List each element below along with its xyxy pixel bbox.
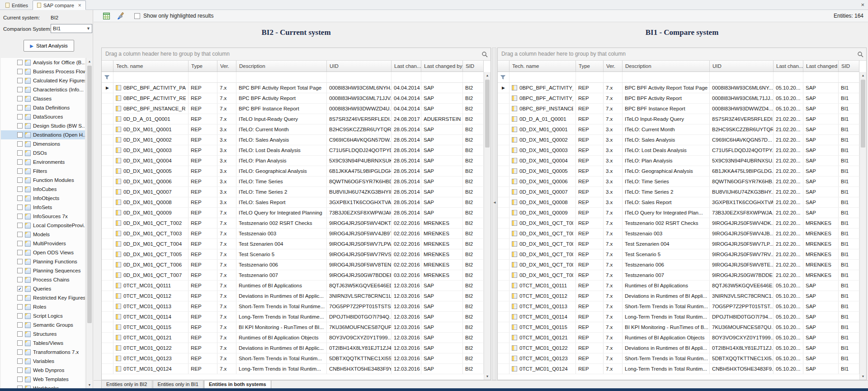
filter-cell[interactable] bbox=[392, 72, 421, 82]
column-header-type[interactable]: Type bbox=[576, 61, 604, 72]
filter-cell[interactable] bbox=[774, 72, 803, 82]
search-icon[interactable] bbox=[481, 51, 488, 57]
tree-item-restricted-key-figures[interactable]: Restricted Key Figures bbox=[1, 293, 85, 302]
close-icon[interactable]: × bbox=[861, 1, 864, 8]
tree-item-calculated-key-figures[interactable]: Calculated Key Figures bbox=[1, 76, 85, 85]
table-row[interactable]: 0D_DX_M01_Q0009REP7.xITeLO Query for Int… bbox=[498, 208, 859, 218]
filter-cell[interactable] bbox=[189, 72, 217, 82]
tree-item-infocubes[interactable]: InfoCubes bbox=[1, 185, 85, 194]
tree-item-local-compositeprovi[interactable]: Local CompositeProvi... bbox=[1, 221, 85, 230]
scroll-up-icon[interactable]: ▲ bbox=[484, 72, 491, 79]
checkbox[interactable] bbox=[17, 340, 23, 346]
table-row[interactable]: 0D_DX_M01_Q0002REP3.xITeLO: Sales Analys… bbox=[102, 135, 484, 145]
table-row[interactable]: ▶0BPC_BPF_ACTIVITY_PA...REP7.xBPC BPF Ac… bbox=[102, 83, 484, 93]
table-row[interactable]: 0TCT_MC01_Q0122REP7.xDeviations in Runti… bbox=[498, 343, 859, 353]
group-by-bar[interactable]: Drag a column header here to group by th… bbox=[498, 48, 866, 61]
filter-cell[interactable] bbox=[710, 72, 774, 82]
table-row[interactable]: 0D_DX_M01_Q0006REP3.xITeLO: Time Series8… bbox=[498, 176, 859, 187]
tree-item-data-definitions[interactable]: Data Definitions bbox=[1, 103, 85, 112]
grid-splitter[interactable]: ◄ bbox=[492, 48, 496, 380]
tab-entities-only-in-bi1[interactable]: Entities only in BI1 bbox=[153, 381, 204, 389]
checkbox[interactable] bbox=[17, 177, 23, 183]
filter-cell[interactable] bbox=[604, 72, 623, 82]
checkbox[interactable] bbox=[17, 60, 23, 65]
tab-entities[interactable]: Entities bbox=[1, 0, 33, 10]
scroll-thumb[interactable] bbox=[87, 66, 92, 323]
tab-sap-compare[interactable]: SAP compare× bbox=[33, 0, 86, 10]
tree-item-dimensions[interactable]: Dimensions bbox=[1, 139, 85, 148]
table-row[interactable]: 0TCT_MC01_Q0112REP7.xDeviations in Runti… bbox=[102, 291, 484, 301]
column-header-description[interactable]: Description bbox=[236, 61, 327, 72]
table-row[interactable]: 0D_DX_M01_QCT_T003REP7.xTestszenaio 0039… bbox=[102, 229, 484, 239]
table-row[interactable]: 0TCT_MC01_Q0112REP7.xDeviations in Runti… bbox=[498, 291, 859, 301]
tree-item-variables[interactable]: Variables bbox=[1, 357, 85, 366]
tree-item-planning-sequences[interactable]: Planning Sequences bbox=[1, 266, 85, 275]
checkbox[interactable] bbox=[17, 268, 23, 273]
filter-cell[interactable] bbox=[839, 72, 859, 82]
checkbox[interactable] bbox=[17, 78, 23, 83]
table-row[interactable]: 0TCT_MC01_Q0114REP7.xLong-Term Trends in… bbox=[102, 312, 484, 322]
filter-cell[interactable] bbox=[576, 72, 604, 82]
checkbox[interactable] bbox=[17, 159, 23, 165]
show-only-highlighted-checkbox[interactable] bbox=[134, 13, 140, 19]
tree-item-function-modules[interactable]: Function Modules bbox=[1, 176, 85, 185]
scroll-thumb[interactable] bbox=[485, 80, 490, 148]
table-row[interactable]: 0D_DX_M01_Q0003REP3.xITeLO: Lost Deals A… bbox=[102, 145, 484, 156]
checkbox[interactable] bbox=[17, 259, 23, 264]
tree-item-design-studio-bw-s[interactable]: Design Studio (BW S... bbox=[1, 121, 85, 130]
table-row[interactable]: 0D_DX_M01_Q0004REP3.xITeLO: Plan Analysi… bbox=[498, 156, 859, 166]
checkbox[interactable] bbox=[17, 141, 23, 147]
checkbox[interactable] bbox=[17, 322, 23, 328]
table-row[interactable]: 0D_DX_M01_Q0002REP3.xITeLO: Sales Analys… bbox=[498, 135, 859, 145]
filter-cell[interactable] bbox=[113, 72, 189, 82]
highlight-brush-icon[interactable] bbox=[117, 12, 125, 20]
checkbox[interactable] bbox=[17, 123, 23, 129]
tree-item-characteristics-info[interactable]: Characteristics (Info... bbox=[1, 85, 85, 94]
table-row[interactable]: 0BPC_BPF_INSTANCE_REPREP7.xBPC BPF Insta… bbox=[102, 104, 484, 114]
checkbox[interactable] bbox=[17, 105, 23, 110]
table-row[interactable]: 0TCT_MC01_Q0113REP7.xShort-Term Trends i… bbox=[498, 301, 859, 312]
table-row[interactable]: 0BPC_BPF_ACTIVITY_REPREP7.xBPC BPF Activ… bbox=[498, 93, 859, 104]
filter-cell[interactable] bbox=[463, 72, 484, 82]
table-row[interactable]: 0TCT_MC01_Q0121REP7.xRuntimes of BI Appl… bbox=[498, 333, 859, 343]
tree-item-roles[interactable]: Roles bbox=[1, 302, 85, 311]
table-row[interactable]: 0TCT_MC01_Q0124REP7.xLong-Term Trends in… bbox=[102, 364, 484, 374]
scroll-up-icon[interactable]: ▲ bbox=[860, 72, 866, 79]
tree-item-datasources[interactable]: DataSources bbox=[1, 112, 85, 121]
checkbox[interactable] bbox=[17, 349, 23, 355]
table-row[interactable]: 0TCT_MC01_Q0111REP7.xRuntimes of BI Appl… bbox=[102, 281, 484, 291]
table-row[interactable]: 0D_D_A_01_Q0001REP7.xITeLO Input-Ready Q… bbox=[498, 114, 859, 124]
comparison-system-select[interactable]: BI1 ▼ bbox=[51, 24, 92, 33]
column-header-last-changed-by[interactable]: Last changed by bbox=[421, 61, 463, 72]
tab-entities-only-in-bi2[interactable]: Entities only in BI2 bbox=[101, 381, 152, 389]
table-row[interactable]: 0TCT_MC01_Q0123REP7.xShort-Term Trends i… bbox=[102, 353, 484, 364]
checkbox[interactable] bbox=[17, 186, 23, 192]
checkbox[interactable] bbox=[17, 358, 23, 364]
table-row[interactable]: 0TCT_MC01_Q0121REP7.xRuntimes of BI Appl… bbox=[102, 333, 484, 343]
table-row[interactable]: 0TCT_MC01_Q0111REP7.xRuntimes of BI Appl… bbox=[498, 281, 859, 291]
table-row[interactable]: 0D_D_A_01_Q0001REP7.xITeLO Input-Ready Q… bbox=[102, 114, 484, 124]
column-header-uid[interactable]: UID bbox=[327, 61, 392, 72]
filter-cell[interactable] bbox=[421, 72, 463, 82]
table-row[interactable]: 0D_DX_M01_Q0007REP3.xITeLO: Time Series … bbox=[498, 187, 859, 197]
table-row[interactable]: 0D_DX_M01_Q0008REP3.xITeLO: Sales Report… bbox=[102, 197, 484, 208]
checkbox[interactable] bbox=[17, 313, 23, 319]
table-row[interactable]: 0D_DX_M01_Q0001REP3.xITeLO: Current Mont… bbox=[102, 124, 484, 135]
scroll-down-icon[interactable]: ▼ bbox=[860, 373, 866, 380]
tree-item-dsos[interactable]: DSOs bbox=[1, 148, 85, 157]
scroll-up-icon[interactable]: ▲ bbox=[86, 58, 93, 65]
column-header-sid[interactable]: SID bbox=[839, 61, 859, 72]
checkbox[interactable] bbox=[17, 168, 23, 174]
table-row[interactable]: 0TCT_MC01_Q0115REP7.xBI KPI Monitoring -… bbox=[498, 322, 859, 333]
tree-item-business-process-flows[interactable]: Business Process Flows bbox=[1, 67, 85, 76]
column-header-last-changed-by[interactable]: Last changed by bbox=[803, 61, 839, 72]
filter-funnel-icon[interactable] bbox=[102, 72, 113, 82]
column-header-uid[interactable]: UID bbox=[710, 61, 774, 72]
checkbox[interactable] bbox=[17, 232, 23, 237]
checkbox[interactable] bbox=[17, 295, 23, 300]
start-analysis-button[interactable]: ▶ Start Analysis bbox=[24, 40, 74, 52]
column-header-description[interactable]: Description bbox=[623, 61, 710, 72]
checkbox[interactable] bbox=[17, 150, 23, 156]
table-row[interactable]: 0D_DX_M01_QCT_T005REP7.xTest Scenario 59… bbox=[102, 249, 484, 260]
table-row[interactable]: 0TCT_MC01_Q0123REP7.xShort-Term Trends i… bbox=[498, 353, 859, 364]
